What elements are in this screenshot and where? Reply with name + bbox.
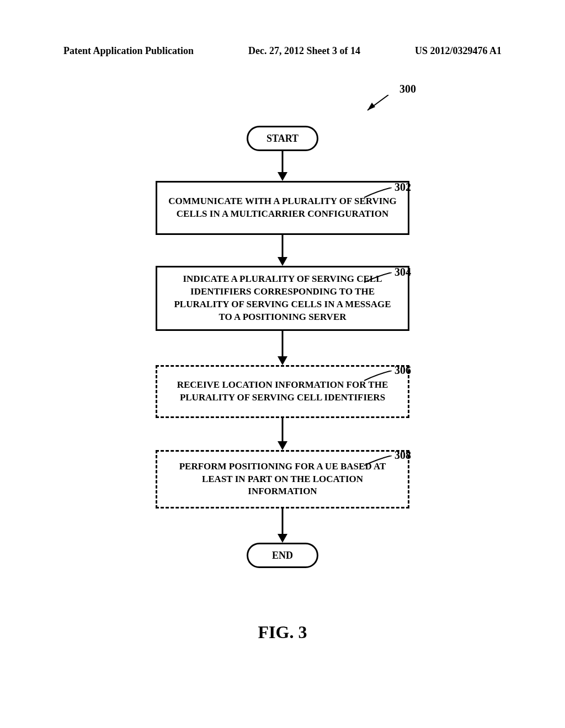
step-306-text: RECEIVE LOCATION INFORMATION FOR THE PLU…	[167, 379, 398, 404]
reference-number-306: 306	[395, 364, 411, 377]
arrow-down-icon	[278, 441, 287, 450]
reference-number-300: 300	[399, 83, 416, 95]
reference-number-304: 304	[395, 266, 411, 279]
step-302-text: COMMUNICATE WITH A PLURALITY OF SERVING …	[167, 195, 398, 221]
step-304-text: INDICATE A PLURALITY OF SERVING CELL IDE…	[167, 273, 398, 324]
reference-number-302: 302	[395, 181, 411, 194]
flowchart-start-terminator: START	[247, 126, 318, 151]
flow-arrow	[282, 331, 284, 357]
header-publication: Patent Application Publication	[63, 45, 194, 57]
flow-arrow	[282, 508, 284, 535]
figure-caption: FIG. 3	[0, 622, 565, 643]
ref-300-leader-arrow-icon	[361, 95, 394, 117]
header-pub-number: US 2012/0329476 A1	[415, 45, 502, 57]
flowchart-end-terminator: END	[247, 543, 318, 568]
svg-marker-1	[367, 103, 375, 110]
arrow-down-icon	[278, 534, 287, 543]
end-label: END	[272, 549, 293, 562]
arrow-down-icon	[278, 356, 287, 365]
start-label: START	[266, 132, 299, 145]
flow-arrow	[282, 418, 284, 442]
flow-arrow	[282, 235, 284, 258]
step-308-text: PERFORM POSITIONING FOR A UE BASED AT LE…	[167, 461, 398, 499]
ref-304-leader-icon	[364, 272, 392, 283]
arrow-down-icon	[278, 257, 287, 266]
ref-308-leader-icon	[364, 456, 392, 467]
page-header: Patent Application Publication Dec. 27, …	[0, 45, 565, 57]
flow-arrow	[282, 151, 284, 173]
ref-302-leader-icon	[364, 188, 392, 199]
reference-number-308: 308	[395, 449, 411, 462]
ref-306-leader-icon	[364, 371, 392, 382]
arrow-down-icon	[278, 172, 287, 181]
flowchart-diagram: 300 START COMMUNICATE WITH A PLURALITY O…	[0, 72, 565, 623]
header-sheet-info: Dec. 27, 2012 Sheet 3 of 14	[248, 45, 360, 57]
